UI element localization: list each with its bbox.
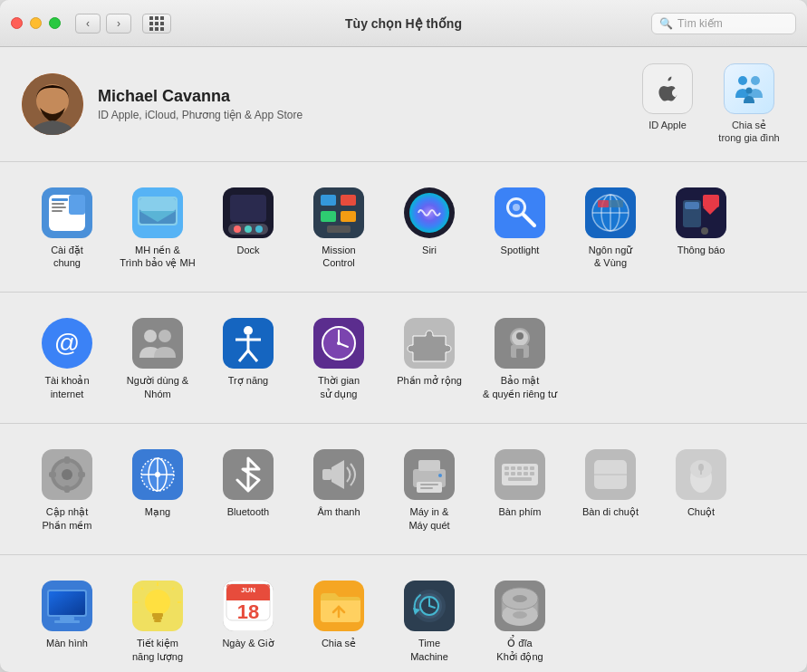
icon-general[interactable]: Cài đặtchung bbox=[22, 177, 112, 278]
section-4: Màn hình bbox=[0, 555, 807, 672]
icon-sound[interactable]: Âm thanh bbox=[293, 438, 384, 540]
users-groups-icon bbox=[132, 318, 183, 369]
trackpad-label: Bàn di chuột bbox=[582, 505, 639, 519]
search-box[interactable]: 🔍 Tìm kiếm bbox=[651, 13, 796, 34]
main-content: Cài đặtchung MH nền &Trình bảo vệ MH bbox=[0, 162, 807, 672]
svg-rect-141 bbox=[226, 593, 270, 600]
icon-keyboard[interactable]: Bàn phím bbox=[475, 438, 565, 540]
icon-spotlight[interactable]: Spotlight bbox=[475, 177, 565, 278]
profile-name: Michael Cavanna bbox=[98, 87, 631, 106]
icon-startup-disk[interactable]: Ổ đĩaKhởi động bbox=[475, 570, 565, 671]
icon-dock[interactable]: Dock bbox=[203, 177, 293, 278]
svg-rect-43 bbox=[609, 200, 623, 207]
keyboard-label: Bàn phím bbox=[498, 505, 541, 519]
icon-network[interactable]: Mạng bbox=[112, 438, 203, 540]
svg-rect-95 bbox=[420, 487, 433, 489]
svg-rect-92 bbox=[418, 460, 440, 471]
svg-rect-27 bbox=[341, 211, 356, 222]
svg-line-130 bbox=[172, 588, 174, 590]
grid-view-button[interactable] bbox=[142, 14, 171, 34]
dock-icon bbox=[223, 187, 274, 238]
screen-time-icon bbox=[313, 318, 364, 369]
svg-point-72 bbox=[516, 332, 524, 340]
icon-screen-time[interactable]: Thời giansử dụng bbox=[293, 307, 384, 408]
back-button[interactable]: ‹ bbox=[75, 14, 101, 34]
svg-rect-10 bbox=[52, 210, 62, 212]
language-icon bbox=[585, 187, 636, 238]
family-box bbox=[724, 63, 774, 114]
svg-point-56 bbox=[244, 326, 253, 335]
spotlight-icon bbox=[495, 187, 545, 238]
svg-rect-77 bbox=[64, 456, 70, 464]
profile-subtitle: ID Apple, iCloud, Phương tiện & App Stor… bbox=[98, 109, 631, 121]
forward-button[interactable]: › bbox=[106, 14, 131, 34]
svg-point-53 bbox=[144, 330, 157, 342]
svg-rect-15 bbox=[139, 198, 176, 211]
svg-rect-9 bbox=[52, 206, 66, 208]
icon-bluetooth[interactable]: Bluetooth bbox=[203, 438, 293, 540]
extensions-label: Phần mở rộng bbox=[397, 374, 462, 388]
profile-icons: ID Apple Chia sẻtrong gia đ bbox=[631, 63, 785, 145]
maximize-button[interactable] bbox=[49, 17, 61, 29]
notifications-icon bbox=[676, 187, 726, 238]
svg-rect-108 bbox=[530, 472, 534, 475]
startup-disk-icon bbox=[495, 581, 545, 631]
svg-rect-127 bbox=[153, 617, 162, 619]
svg-rect-42 bbox=[598, 200, 609, 207]
siri-icon bbox=[404, 187, 455, 238]
icon-grid-2: @ Tài khoảninternet bbox=[22, 307, 785, 408]
desktop-label: MH nền &Trình bảo vệ MH bbox=[120, 244, 195, 271]
family-sharing-icon-item[interactable]: Chia sẻtrong gia đình bbox=[713, 63, 785, 145]
time-machine-icon bbox=[404, 581, 455, 631]
minimize-button[interactable] bbox=[30, 17, 42, 29]
icon-time-machine[interactable]: TimeMachine bbox=[384, 570, 475, 671]
keyboard-icon bbox=[495, 449, 545, 500]
svg-point-86 bbox=[155, 472, 160, 477]
icon-trackpad[interactable]: Bàn di chuột bbox=[565, 438, 656, 540]
icon-mouse[interactable]: Chuột bbox=[656, 438, 746, 540]
bluetooth-icon bbox=[223, 449, 274, 500]
displays-icon bbox=[42, 581, 92, 631]
avatar bbox=[22, 73, 83, 135]
traffic-lights bbox=[11, 17, 61, 29]
svg-rect-105 bbox=[511, 472, 515, 475]
notifications-label: Thông báo bbox=[677, 244, 725, 257]
security-label: Bảo mật& quyền riêng tư bbox=[483, 374, 557, 401]
icon-software-update[interactable]: Cập nhậtPhần mềm bbox=[22, 438, 112, 540]
general-icon bbox=[42, 187, 92, 238]
svg-rect-48 bbox=[685, 202, 699, 209]
icon-users-groups[interactable]: Người dùng &Nhóm bbox=[112, 307, 203, 408]
close-button[interactable] bbox=[11, 17, 23, 29]
icon-mission-control[interactable]: MissionControl bbox=[293, 177, 384, 278]
svg-rect-128 bbox=[154, 619, 161, 622]
security-icon bbox=[495, 318, 545, 369]
svg-point-159 bbox=[513, 611, 527, 619]
icon-accessibility[interactable]: Trợ năng bbox=[203, 307, 293, 408]
svg-rect-109 bbox=[508, 477, 532, 481]
energy-icon bbox=[132, 581, 183, 631]
icon-energy[interactable]: Tiết kiệmnăng lượng bbox=[112, 570, 203, 671]
svg-point-54 bbox=[159, 330, 171, 342]
svg-rect-104 bbox=[504, 472, 509, 475]
icon-desktop[interactable]: MH nền &Trình bảo vệ MH bbox=[112, 177, 203, 278]
svg-rect-103 bbox=[530, 466, 534, 470]
svg-point-20 bbox=[234, 226, 241, 233]
icon-displays[interactable]: Màn hình bbox=[22, 570, 112, 671]
svg-rect-80 bbox=[78, 472, 85, 477]
icon-security[interactable]: Bảo mật& quyền riêng tư bbox=[475, 307, 565, 408]
icon-siri[interactable]: Siri bbox=[384, 177, 475, 278]
date-time-icon: 18 JUN bbox=[223, 581, 274, 631]
icon-date-time[interactable]: 18 JUN Ngày & Giờ bbox=[203, 570, 293, 671]
trackpad-icon bbox=[585, 449, 636, 500]
icon-internet-accounts[interactable]: @ Tài khoảninternet bbox=[22, 307, 112, 408]
icon-extensions[interactable]: Phần mở rộng bbox=[384, 307, 475, 408]
icon-language[interactable]: Ngôn ngữ& Vùng bbox=[565, 177, 656, 278]
displays-label: Màn hình bbox=[46, 637, 88, 650]
apple-id-icon-item[interactable]: ID Apple bbox=[631, 63, 704, 145]
svg-text:@: @ bbox=[54, 329, 80, 357]
icon-notifications[interactable]: Thông báo bbox=[656, 177, 746, 278]
icon-printers[interactable]: Máy in &Máy quét bbox=[384, 438, 475, 540]
icon-sharing[interactable]: Chia sẻ bbox=[293, 570, 384, 671]
svg-point-22 bbox=[255, 226, 263, 233]
time-machine-label: TimeMachine bbox=[410, 637, 448, 664]
